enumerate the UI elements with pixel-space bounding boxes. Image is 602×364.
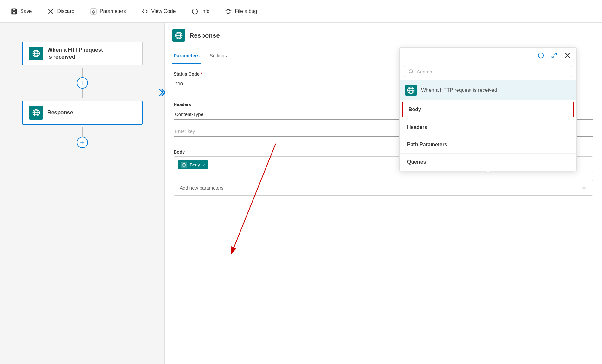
save-label: Save [20,9,32,14]
view-code-label: View Code [151,9,176,14]
http-request-node[interactable]: When a HTTP request is received [22,42,143,65]
bug-icon [225,8,232,15]
tab-parameters[interactable]: Parameters [172,48,201,64]
view-code-button[interactable]: View Code [138,6,178,17]
http-node-icon [29,47,43,60]
canvas-area: When a HTTP request is received + Respon [0,23,165,364]
required-star: * [201,72,202,77]
dropdown-header [400,48,576,63]
svg-line-14 [230,13,231,13]
dropdown-items: Body Headers Path Parameters Queries [400,102,576,171]
add-after-button[interactable]: + [77,137,88,148]
file-bug-button[interactable]: File a bug [222,6,259,17]
parameters-button[interactable]: @ Parameters [87,6,129,17]
save-button[interactable]: Save [8,6,34,17]
dropdown-panel: When a HTTP request is received Body Hea… [399,47,577,171]
svg-text:@: @ [92,10,95,13]
dropdown-item-headers[interactable]: Headers [400,119,576,136]
source-item-icon [405,85,417,96]
response-node[interactable]: Response [22,101,143,125]
chevron-down-icon [581,185,587,191]
discard-icon [47,8,54,15]
chip-icon [181,162,187,168]
response-header-icon [172,29,185,42]
response-node-label: Response [48,109,73,116]
add-params-bar[interactable]: Add new parameters [174,180,593,196]
save-icon [10,8,18,15]
info-label: Info [201,9,210,14]
response-header: Response [165,23,602,48]
source-item-label: When a HTTP request is received [421,87,497,93]
svg-point-37 [541,54,541,54]
svg-point-9 [195,10,195,10]
dropdown-info-button[interactable] [536,51,545,60]
svg-point-10 [227,10,230,14]
info-icon [191,8,199,15]
connector-2: + [77,127,88,148]
response-node-icon [29,106,43,120]
dropdown-search [400,63,576,80]
search-input[interactable] [417,69,568,74]
dropdown-item-queries[interactable]: Queries [400,154,576,171]
dropdown-expand-button[interactable] [550,51,559,60]
search-input-container [404,66,572,77]
response-title: Response [189,32,220,39]
response-panel: Response Parameters Settings Status Code… [165,23,602,364]
chip-close-button[interactable]: × [202,163,205,167]
chip-label: Body [190,162,200,167]
tab-settings[interactable]: Settings [208,48,228,64]
http-node-label: When a HTTP request is received [48,47,103,60]
svg-line-43 [412,72,413,74]
parameters-label: Parameters [100,9,126,14]
connector-line-1 [82,68,83,77]
dropdown-item-body[interactable]: Body [402,102,574,117]
svg-line-12 [230,10,231,11]
add-params-label: Add new parameters [180,185,223,191]
dropdown-item-path-parameters[interactable]: Path Parameters [400,136,576,154]
info-button[interactable]: Info [189,6,212,17]
connector-line-3 [82,127,83,137]
svg-point-42 [409,70,413,73]
connector-1: + [77,68,88,98]
file-bug-label: File a bug [235,9,257,14]
connector-line-2 [82,89,83,98]
body-token-chip[interactable]: Body × [178,160,208,169]
view-code-icon [141,8,149,15]
add-between-button[interactable]: + [77,77,88,89]
toolbar: Save Discard @ Parameters View Code [0,0,602,23]
dropdown-source-item[interactable]: When a HTTP request is received [400,80,576,100]
svg-line-13 [226,13,227,13]
svg-line-11 [226,10,227,11]
svg-rect-1 [12,9,15,10]
search-icon [408,69,414,74]
discard-button[interactable]: Discard [44,6,77,17]
discard-label: Discard [57,9,74,14]
dropdown-close-button[interactable] [563,51,572,60]
main-content: When a HTTP request is received + Respon [0,23,602,364]
svg-rect-2 [12,11,15,13]
parameters-icon: @ [90,8,97,15]
